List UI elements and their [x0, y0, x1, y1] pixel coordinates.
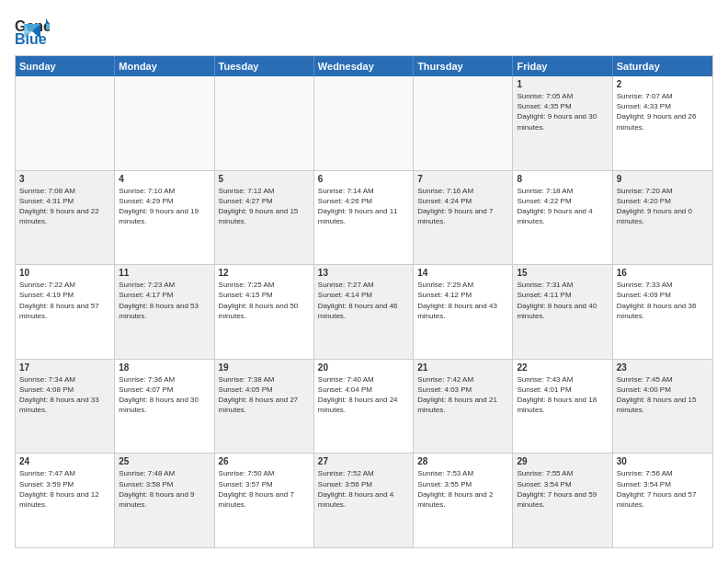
- cal-cell-15: 15Sunrise: 7:31 AM Sunset: 4:11 PM Dayli…: [513, 265, 612, 359]
- cell-info: Sunrise: 7:33 AM Sunset: 4:09 PM Dayligh…: [617, 280, 709, 321]
- day-number: 13: [318, 268, 409, 278]
- cell-info: Sunrise: 7:18 AM Sunset: 4:22 PM Dayligh…: [517, 186, 608, 227]
- cell-info: Sunrise: 7:22 AM Sunset: 4:19 PM Dayligh…: [19, 280, 110, 321]
- cal-cell-empty-1: [115, 76, 214, 170]
- cell-info: Sunrise: 7:42 AM Sunset: 4:03 PM Dayligh…: [417, 374, 508, 416]
- cal-cell-11: 11Sunrise: 7:23 AM Sunset: 4:17 PM Dayli…: [115, 265, 214, 359]
- cal-cell-30: 30Sunrise: 7:56 AM Sunset: 3:54 PM Dayli…: [613, 454, 712, 547]
- cal-cell-19: 19Sunrise: 7:38 AM Sunset: 4:05 PM Dayli…: [215, 360, 314, 454]
- day-header-friday: Friday: [513, 56, 612, 76]
- day-number: 18: [119, 362, 210, 373]
- cal-cell-22: 22Sunrise: 7:43 AM Sunset: 4:01 PM Dayli…: [513, 360, 612, 454]
- day-number: 14: [417, 268, 508, 278]
- day-number: 30: [617, 456, 709, 466]
- day-number: 3: [19, 174, 110, 184]
- day-number: 2: [617, 79, 709, 89]
- cal-cell-8: 8Sunrise: 7:18 AM Sunset: 4:22 PM Daylig…: [513, 171, 612, 265]
- day-number: 22: [517, 362, 608, 373]
- week-row-1: 1Sunrise: 7:05 AM Sunset: 4:35 PM Daylig…: [16, 76, 712, 170]
- cell-info: Sunrise: 7:25 AM Sunset: 4:15 PM Dayligh…: [219, 280, 310, 321]
- day-header-thursday: Thursday: [414, 56, 513, 76]
- cell-info: Sunrise: 7:34 AM Sunset: 4:08 PM Dayligh…: [19, 374, 110, 416]
- cal-cell-10: 10Sunrise: 7:22 AM Sunset: 4:19 PM Dayli…: [16, 265, 115, 359]
- cell-info: Sunrise: 7:50 AM Sunset: 3:57 PM Dayligh…: [219, 468, 310, 510]
- day-number: 21: [417, 362, 508, 373]
- cell-info: Sunrise: 7:08 AM Sunset: 4:31 PM Dayligh…: [19, 186, 110, 227]
- cal-cell-12: 12Sunrise: 7:25 AM Sunset: 4:15 PM Dayli…: [215, 265, 314, 359]
- cell-info: Sunrise: 7:29 AM Sunset: 4:12 PM Dayligh…: [417, 280, 508, 321]
- cal-cell-6: 6Sunrise: 7:14 AM Sunset: 4:26 PM Daylig…: [314, 171, 414, 265]
- cell-info: Sunrise: 7:40 AM Sunset: 4:04 PM Dayligh…: [318, 374, 409, 416]
- logo: General Blue: [15, 15, 40, 48]
- header: General Blue: [15, 15, 713, 48]
- cal-cell-17: 17Sunrise: 7:34 AM Sunset: 4:08 PM Dayli…: [16, 360, 115, 454]
- cell-info: Sunrise: 7:48 AM Sunset: 3:58 PM Dayligh…: [119, 468, 210, 510]
- cell-info: Sunrise: 7:45 AM Sunset: 4:00 PM Dayligh…: [617, 374, 709, 416]
- day-number: 29: [517, 456, 608, 466]
- day-number: 17: [19, 362, 110, 373]
- cell-info: Sunrise: 7:20 AM Sunset: 4:20 PM Dayligh…: [617, 186, 709, 227]
- cell-info: Sunrise: 7:14 AM Sunset: 4:26 PM Dayligh…: [318, 186, 409, 227]
- cell-info: Sunrise: 7:47 AM Sunset: 3:59 PM Dayligh…: [19, 468, 110, 510]
- cal-cell-24: 24Sunrise: 7:47 AM Sunset: 3:59 PM Dayli…: [16, 454, 115, 547]
- cell-info: Sunrise: 7:10 AM Sunset: 4:29 PM Dayligh…: [119, 186, 210, 227]
- week-row-5: 24Sunrise: 7:47 AM Sunset: 3:59 PM Dayli…: [16, 453, 712, 547]
- cell-info: Sunrise: 7:07 AM Sunset: 4:33 PM Dayligh…: [617, 91, 709, 132]
- cal-cell-28: 28Sunrise: 7:53 AM Sunset: 3:55 PM Dayli…: [414, 454, 513, 547]
- day-number: 23: [617, 362, 709, 373]
- day-number: 4: [119, 174, 210, 184]
- day-number: 25: [119, 456, 210, 466]
- cal-cell-empty-2: [215, 76, 314, 170]
- cell-info: Sunrise: 7:16 AM Sunset: 4:24 PM Dayligh…: [417, 186, 508, 227]
- day-number: 24: [19, 456, 110, 466]
- cell-info: Sunrise: 7:31 AM Sunset: 4:11 PM Dayligh…: [517, 280, 608, 321]
- logo-triangle-icon: [24, 24, 40, 39]
- cell-info: Sunrise: 7:43 AM Sunset: 4:01 PM Dayligh…: [517, 374, 608, 416]
- svg-marker-3: [46, 24, 50, 29]
- cal-cell-4: 4Sunrise: 7:10 AM Sunset: 4:29 PM Daylig…: [115, 171, 214, 265]
- day-header-wednesday: Wednesday: [314, 56, 414, 76]
- calendar: SundayMondayTuesdayWednesdayThursdayFrid…: [15, 55, 713, 548]
- cal-cell-7: 7Sunrise: 7:16 AM Sunset: 4:24 PM Daylig…: [414, 171, 513, 265]
- day-number: 6: [318, 174, 409, 184]
- cal-cell-empty-4: [414, 76, 513, 170]
- cal-cell-empty-3: [314, 76, 414, 170]
- cal-cell-1: 1Sunrise: 7:05 AM Sunset: 4:35 PM Daylig…: [513, 76, 612, 170]
- day-number: 28: [417, 456, 508, 466]
- cal-cell-27: 27Sunrise: 7:52 AM Sunset: 3:56 PM Dayli…: [314, 454, 414, 547]
- cell-info: Sunrise: 7:05 AM Sunset: 4:35 PM Dayligh…: [517, 91, 608, 132]
- cell-info: Sunrise: 7:53 AM Sunset: 3:55 PM Dayligh…: [417, 468, 508, 510]
- cal-cell-16: 16Sunrise: 7:33 AM Sunset: 4:09 PM Dayli…: [613, 265, 712, 359]
- cal-cell-29: 29Sunrise: 7:55 AM Sunset: 3:54 PM Dayli…: [513, 454, 612, 547]
- day-number: 27: [318, 456, 409, 466]
- day-header-monday: Monday: [115, 56, 214, 76]
- cal-cell-13: 13Sunrise: 7:27 AM Sunset: 4:14 PM Dayli…: [314, 265, 414, 359]
- day-number: 10: [19, 268, 110, 278]
- day-number: 5: [219, 174, 310, 184]
- day-header-sunday: Sunday: [16, 56, 115, 76]
- cal-cell-3: 3Sunrise: 7:08 AM Sunset: 4:31 PM Daylig…: [16, 171, 115, 265]
- cell-info: Sunrise: 7:52 AM Sunset: 3:56 PM Dayligh…: [318, 468, 409, 510]
- week-row-2: 3Sunrise: 7:08 AM Sunset: 4:31 PM Daylig…: [16, 170, 712, 265]
- cal-cell-9: 9Sunrise: 7:20 AM Sunset: 4:20 PM Daylig…: [613, 171, 712, 265]
- cal-cell-empty-0: [16, 76, 115, 170]
- day-number: 11: [119, 268, 210, 278]
- day-number: 1: [517, 79, 608, 89]
- cal-cell-2: 2Sunrise: 7:07 AM Sunset: 4:33 PM Daylig…: [613, 76, 712, 170]
- calendar-body: 1Sunrise: 7:05 AM Sunset: 4:35 PM Daylig…: [16, 76, 712, 547]
- cal-cell-20: 20Sunrise: 7:40 AM Sunset: 4:04 PM Dayli…: [314, 360, 414, 454]
- cal-cell-21: 21Sunrise: 7:42 AM Sunset: 4:03 PM Dayli…: [414, 360, 513, 454]
- day-number: 9: [617, 174, 709, 184]
- day-number: 8: [517, 174, 608, 184]
- cal-cell-5: 5Sunrise: 7:12 AM Sunset: 4:27 PM Daylig…: [215, 171, 314, 265]
- cal-cell-23: 23Sunrise: 7:45 AM Sunset: 4:00 PM Dayli…: [613, 360, 712, 454]
- page: General Blue: [0, 0, 728, 563]
- day-number: 7: [417, 174, 508, 184]
- cell-info: Sunrise: 7:23 AM Sunset: 4:17 PM Dayligh…: [119, 280, 210, 321]
- cal-cell-26: 26Sunrise: 7:50 AM Sunset: 3:57 PM Dayli…: [215, 454, 314, 547]
- week-row-3: 10Sunrise: 7:22 AM Sunset: 4:19 PM Dayli…: [16, 264, 712, 359]
- calendar-header: SundayMondayTuesdayWednesdayThursdayFrid…: [16, 56, 712, 76]
- day-number: 12: [219, 268, 310, 278]
- day-number: 19: [219, 362, 310, 373]
- cell-info: Sunrise: 7:36 AM Sunset: 4:07 PM Dayligh…: [119, 374, 210, 416]
